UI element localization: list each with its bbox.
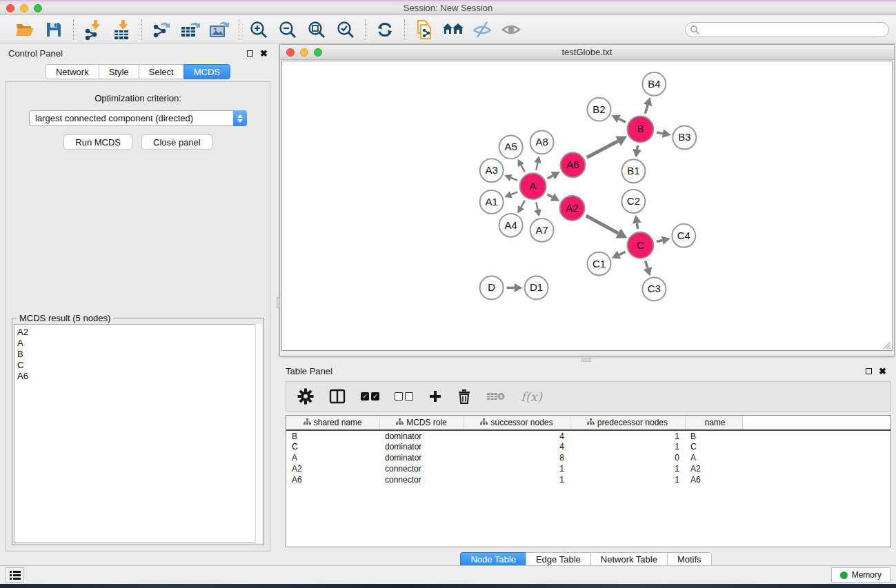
graph-node-B[interactable]: B <box>627 116 653 143</box>
mcds-result-item[interactable]: A <box>17 338 261 349</box>
graph-node-C1[interactable]: C1 <box>587 252 610 276</box>
criterion-dropdown[interactable]: largest connected component (directed) <box>29 110 247 126</box>
export-image-icon[interactable] <box>208 19 230 40</box>
graph-node-A3[interactable]: A3 <box>480 159 504 182</box>
edge[interactable] <box>521 201 524 207</box>
edge[interactable] <box>548 176 553 179</box>
graph-node-B1[interactable]: B1 <box>621 159 645 183</box>
network-canvas[interactable]: B4B2BB3A5A8A6A3AB1A1C2A2A4A7CC4C1C3DD1 <box>281 61 893 351</box>
graph-node-A6[interactable]: A6 <box>561 152 586 177</box>
import-network-icon[interactable] <box>82 19 104 40</box>
edge[interactable] <box>521 165 524 172</box>
edge[interactable] <box>619 119 626 123</box>
graph-node-A[interactable]: A <box>520 173 546 199</box>
float-panel-icon[interactable] <box>247 50 253 57</box>
tab-motifs[interactable]: Motifs <box>667 552 712 567</box>
graph-node-A4[interactable]: A4 <box>499 214 523 237</box>
vertical-splitter-grip[interactable] <box>277 297 280 308</box>
memory-button[interactable]: Memory <box>831 567 890 582</box>
delete-column-trash-icon[interactable] <box>457 386 471 407</box>
graph-node-B3[interactable]: B3 <box>673 126 696 150</box>
split-columns-icon[interactable] <box>329 386 346 407</box>
mcds-result-list[interactable]: A2ABCA6 <box>14 324 262 543</box>
table-row[interactable]: Cdominator41C <box>286 441 890 452</box>
edge[interactable] <box>657 241 662 242</box>
column-header[interactable]: predecessor nodes <box>570 416 685 430</box>
tab-network[interactable]: Network <box>46 64 99 79</box>
graph-node-C2[interactable]: C2 <box>621 190 645 213</box>
edge[interactable] <box>536 203 537 210</box>
export-table-icon[interactable] <box>179 19 201 40</box>
edge[interactable] <box>637 145 638 150</box>
graph-node-C4[interactable]: C4 <box>672 224 695 247</box>
select-none-unchecked-icon[interactable] <box>395 386 413 407</box>
save-icon[interactable] <box>43 19 65 40</box>
close-panel-icon[interactable]: ✖ <box>260 50 268 57</box>
edge[interactable] <box>536 163 537 170</box>
clone-network-icon[interactable] <box>413 19 435 40</box>
column-header[interactable]: successor nodes <box>464 416 570 430</box>
refresh-icon[interactable] <box>374 19 396 40</box>
export-network-icon[interactable] <box>150 19 172 40</box>
graph-node-D[interactable]: D <box>480 276 504 300</box>
edge[interactable] <box>586 216 619 233</box>
column-header[interactable]: MCDS role <box>379 416 464 430</box>
tab-select[interactable]: Select <box>139 64 183 79</box>
mcds-result-item[interactable]: A6 <box>17 371 261 382</box>
edge[interactable] <box>645 105 648 113</box>
run-mcds-button[interactable]: Run MCDS <box>63 134 132 150</box>
tab-style[interactable]: Style <box>99 64 139 79</box>
add-column-icon[interactable] <box>428 386 442 407</box>
edge[interactable] <box>657 132 663 134</box>
edge[interactable] <box>547 194 552 197</box>
graph-node-A2[interactable]: A2 <box>560 196 585 221</box>
graph-node-A5[interactable]: A5 <box>499 135 523 159</box>
mcds-result-item[interactable]: C <box>17 360 261 371</box>
graph-node-C3[interactable]: C3 <box>642 278 666 301</box>
task-history-button[interactable] <box>6 567 24 582</box>
function-builder-icon[interactable]: f(x) <box>521 386 542 407</box>
table-row[interactable]: A6connector11A6 <box>286 474 890 485</box>
hide-eye-icon[interactable] <box>471 19 493 40</box>
column-header[interactable]: name <box>685 416 742 430</box>
table-row[interactable]: Bdominator41B <box>286 430 890 441</box>
tab-edge-table[interactable]: Edge Table <box>526 552 590 567</box>
graph-node-A7[interactable]: A7 <box>530 219 554 242</box>
table-row[interactable]: Adominator80A <box>286 452 890 463</box>
zoom-selected-icon[interactable] <box>335 19 357 40</box>
table-row[interactable]: A2connector11A2 <box>286 463 890 474</box>
close-table-panel-icon[interactable]: ✖ <box>879 368 886 374</box>
mcds-result-item[interactable]: A2 <box>17 327 261 338</box>
graph-node-A1[interactable]: A1 <box>480 190 504 214</box>
import-table-icon[interactable] <box>111 19 133 40</box>
mcds-result-item[interactable]: B <box>17 349 261 360</box>
close-panel-button[interactable]: Close panel <box>141 134 212 150</box>
tab-node-table[interactable]: Node Table <box>460 552 526 567</box>
show-eye-icon[interactable] <box>500 19 522 40</box>
gear-icon[interactable] <box>297 386 314 407</box>
graph-node-B4[interactable]: B4 <box>642 72 666 96</box>
graph-node-B2[interactable]: B2 <box>587 98 610 121</box>
result-scrollbar[interactable] <box>255 324 262 543</box>
zoom-in-icon[interactable] <box>248 19 270 40</box>
select-all-checked-icon[interactable]: ✓✓ <box>361 386 379 407</box>
edge[interactable] <box>587 141 618 158</box>
search-box[interactable] <box>685 22 889 37</box>
column-header[interactable]: shared name <box>286 416 379 430</box>
zoom-out-icon[interactable] <box>277 19 299 40</box>
graph-node-A8[interactable]: A8 <box>530 131 554 154</box>
edge[interactable] <box>511 178 517 181</box>
tab-mcds[interactable]: MCDS <box>183 64 230 79</box>
graph-node-C[interactable]: C <box>627 232 653 258</box>
float-table-panel-icon[interactable] <box>866 368 872 374</box>
edge[interactable] <box>511 192 517 195</box>
edge[interactable] <box>619 252 626 255</box>
delete-table-icon[interactable] <box>486 386 506 407</box>
tab-network-table[interactable]: Network Table <box>590 552 667 567</box>
open-folder-icon[interactable] <box>14 19 36 40</box>
edge[interactable] <box>637 223 637 229</box>
graph-node-D1[interactable]: D1 <box>525 276 548 300</box>
network-window-titlebar[interactable]: testGlobe.txt <box>280 45 894 60</box>
zoom-fit-icon[interactable] <box>306 19 328 40</box>
resize-grip-icon[interactable] <box>882 341 891 349</box>
